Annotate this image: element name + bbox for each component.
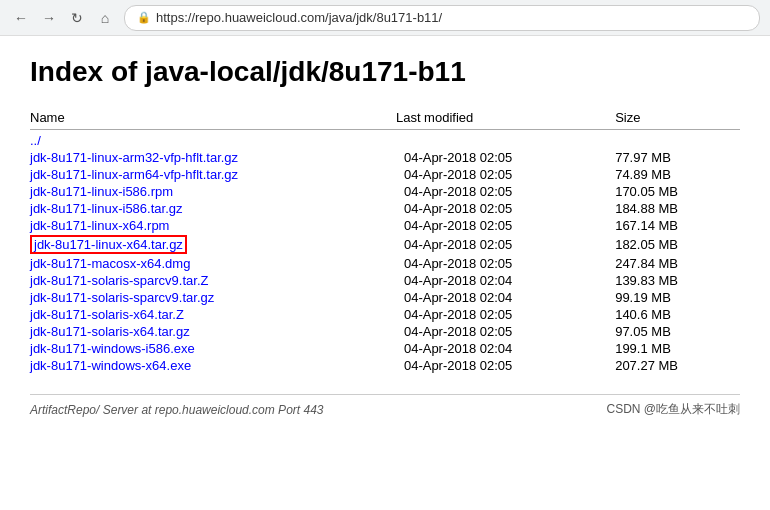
file-size: 97.05 MB bbox=[605, 323, 740, 340]
file-date: 04-Apr-2018 02:05 bbox=[396, 255, 605, 272]
file-date: 04-Apr-2018 02:05 bbox=[396, 217, 605, 234]
file-table: Name Last modified Size ../ jdk-8u171-li… bbox=[30, 108, 740, 374]
file-size: 247.84 MB bbox=[605, 255, 740, 272]
col-header-size: Size bbox=[605, 108, 740, 130]
table-row: jdk-8u171-solaris-sparcv9.tar.Z 04-Apr-2… bbox=[30, 272, 740, 289]
col-header-name: Name bbox=[30, 108, 396, 130]
nav-icons: ← → ↻ ⌂ bbox=[10, 7, 116, 29]
back-button[interactable]: ← bbox=[10, 7, 32, 29]
file-size: 199.1 MB bbox=[605, 340, 740, 357]
file-date: 04-Apr-2018 02:05 bbox=[396, 323, 605, 340]
table-row: jdk-8u171-solaris-sparcv9.tar.gz 04-Apr-… bbox=[30, 289, 740, 306]
table-row: jdk-8u171-windows-x64.exe 04-Apr-2018 02… bbox=[30, 357, 740, 374]
table-row: jdk-8u171-solaris-x64.tar.gz 04-Apr-2018… bbox=[30, 323, 740, 340]
file-name[interactable]: jdk-8u171-windows-i586.exe bbox=[30, 340, 396, 357]
file-size: 139.83 MB bbox=[605, 272, 740, 289]
file-name[interactable]: jdk-8u171-linux-i586.tar.gz bbox=[30, 200, 396, 217]
file-name[interactable]: jdk-8u171-linux-x64.rpm bbox=[30, 217, 396, 234]
table-row-parent: ../ bbox=[30, 130, 740, 150]
file-name[interactable]: jdk-8u171-linux-arm32-vfp-hflt.tar.gz bbox=[30, 149, 396, 166]
file-date: 04-Apr-2018 02:05 bbox=[396, 200, 605, 217]
file-name[interactable]: jdk-8u171-linux-arm64-vfp-hflt.tar.gz bbox=[30, 166, 396, 183]
file-name[interactable]: jdk-8u171-solaris-sparcv9.tar.Z bbox=[30, 272, 396, 289]
lock-icon: 🔒 bbox=[137, 11, 151, 24]
file-size: 99.19 MB bbox=[605, 289, 740, 306]
file-name[interactable]: jdk-8u171-linux-x64.tar.gz bbox=[30, 234, 396, 255]
parent-size bbox=[605, 130, 740, 150]
file-date: 04-Apr-2018 02:05 bbox=[396, 149, 605, 166]
file-size: 140.6 MB bbox=[605, 306, 740, 323]
file-name[interactable]: jdk-8u171-solaris-x64.tar.Z bbox=[30, 306, 396, 323]
url-text: https://repo.huaweicloud.com/java/jdk/8u… bbox=[156, 10, 442, 25]
page-content: Index of java-local/jdk/8u171-b11 Name L… bbox=[0, 36, 770, 438]
file-size: 184.88 MB bbox=[605, 200, 740, 217]
file-name[interactable]: jdk-8u171-windows-x64.exe bbox=[30, 357, 396, 374]
file-size: 74.89 MB bbox=[605, 166, 740, 183]
table-header-row: Name Last modified Size bbox=[30, 108, 740, 130]
table-row: jdk-8u171-windows-i586.exe 04-Apr-2018 0… bbox=[30, 340, 740, 357]
col-header-date: Last modified bbox=[396, 108, 605, 130]
footer-server-info: ArtifactRepo/ Server at repo.huaweicloud… bbox=[30, 403, 323, 417]
file-date: 04-Apr-2018 02:04 bbox=[396, 289, 605, 306]
refresh-button[interactable]: ↻ bbox=[66, 7, 88, 29]
file-date: 04-Apr-2018 02:05 bbox=[396, 166, 605, 183]
address-bar[interactable]: 🔒 https://repo.huaweicloud.com/java/jdk/… bbox=[124, 5, 760, 31]
footer: ArtifactRepo/ Server at repo.huaweicloud… bbox=[30, 394, 740, 418]
file-name[interactable]: jdk-8u171-linux-i586.rpm bbox=[30, 183, 396, 200]
table-row: jdk-8u171-linux-i586.tar.gz 04-Apr-2018 … bbox=[30, 200, 740, 217]
file-date: 04-Apr-2018 02:05 bbox=[396, 183, 605, 200]
footer-credit: CSDN @吃鱼从来不吐刺 bbox=[606, 401, 740, 418]
forward-button[interactable]: → bbox=[38, 7, 60, 29]
file-size: 167.14 MB bbox=[605, 217, 740, 234]
home-button[interactable]: ⌂ bbox=[94, 7, 116, 29]
table-row: jdk-8u171-solaris-x64.tar.Z 04-Apr-2018 … bbox=[30, 306, 740, 323]
table-row: jdk-8u171-linux-arm32-vfp-hflt.tar.gz 04… bbox=[30, 149, 740, 166]
file-date: 04-Apr-2018 02:04 bbox=[396, 272, 605, 289]
file-size: 207.27 MB bbox=[605, 357, 740, 374]
file-size: 77.97 MB bbox=[605, 149, 740, 166]
file-size: 182.05 MB bbox=[605, 234, 740, 255]
page-title: Index of java-local/jdk/8u171-b11 bbox=[30, 56, 740, 88]
file-date: 04-Apr-2018 02:04 bbox=[396, 340, 605, 357]
file-date: 04-Apr-2018 02:05 bbox=[396, 234, 605, 255]
file-date: 04-Apr-2018 02:05 bbox=[396, 306, 605, 323]
file-name[interactable]: jdk-8u171-macosx-x64.dmg bbox=[30, 255, 396, 272]
table-row: jdk-8u171-linux-x64.rpm 04-Apr-2018 02:0… bbox=[30, 217, 740, 234]
table-row: jdk-8u171-linux-i586.rpm 04-Apr-2018 02:… bbox=[30, 183, 740, 200]
file-name[interactable]: jdk-8u171-solaris-x64.tar.gz bbox=[30, 323, 396, 340]
table-row: jdk-8u171-macosx-x64.dmg 04-Apr-2018 02:… bbox=[30, 255, 740, 272]
file-date: 04-Apr-2018 02:05 bbox=[396, 357, 605, 374]
browser-chrome: ← → ↻ ⌂ 🔒 https://repo.huaweicloud.com/j… bbox=[0, 0, 770, 36]
table-row: jdk-8u171-linux-x64.tar.gz 04-Apr-2018 0… bbox=[30, 234, 740, 255]
file-name[interactable]: jdk-8u171-solaris-sparcv9.tar.gz bbox=[30, 289, 396, 306]
parent-date bbox=[396, 130, 605, 150]
parent-link[interactable]: ../ bbox=[30, 130, 396, 150]
table-row: jdk-8u171-linux-arm64-vfp-hflt.tar.gz 04… bbox=[30, 166, 740, 183]
file-size: 170.05 MB bbox=[605, 183, 740, 200]
